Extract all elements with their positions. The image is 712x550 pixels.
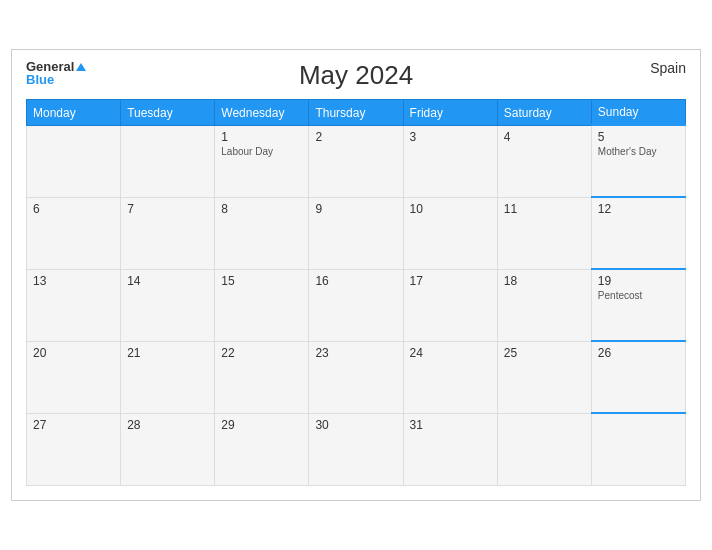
week-row-1: 6789101112 [27, 197, 686, 269]
day-cell: 14 [121, 269, 215, 341]
day-number: 5 [598, 130, 679, 144]
day-cell: 27 [27, 413, 121, 485]
day-number: 12 [598, 202, 679, 216]
col-thursday: Thursday [309, 100, 403, 126]
day-number: 23 [315, 346, 396, 360]
day-cell: 21 [121, 341, 215, 413]
day-cell: 15 [215, 269, 309, 341]
day-cell: 18 [497, 269, 591, 341]
day-cell: 24 [403, 341, 497, 413]
day-cell: 28 [121, 413, 215, 485]
day-number: 31 [410, 418, 491, 432]
col-saturday: Saturday [497, 100, 591, 126]
day-number: 4 [504, 130, 585, 144]
calendar-table: Monday Tuesday Wednesday Thursday Friday… [26, 99, 686, 486]
day-number: 7 [127, 202, 208, 216]
calendar-thead: Monday Tuesday Wednesday Thursday Friday… [27, 100, 686, 126]
day-cell: 20 [27, 341, 121, 413]
day-cell: 19Pentecost [591, 269, 685, 341]
day-number: 8 [221, 202, 302, 216]
day-cell: 17 [403, 269, 497, 341]
week-row-2: 13141516171819Pentecost [27, 269, 686, 341]
day-number: 2 [315, 130, 396, 144]
day-number: 13 [33, 274, 114, 288]
day-cell: 29 [215, 413, 309, 485]
day-number: 20 [33, 346, 114, 360]
day-number: 21 [127, 346, 208, 360]
holiday-name: Pentecost [598, 290, 679, 301]
col-tuesday: Tuesday [121, 100, 215, 126]
day-number: 18 [504, 274, 585, 288]
day-cell: 2 [309, 125, 403, 197]
day-cell: 6 [27, 197, 121, 269]
day-number: 16 [315, 274, 396, 288]
day-cell: 23 [309, 341, 403, 413]
calendar-title: May 2024 [299, 60, 413, 91]
col-friday: Friday [403, 100, 497, 126]
logo-blue-text: Blue [26, 73, 86, 86]
day-number: 17 [410, 274, 491, 288]
country-label: Spain [650, 60, 686, 76]
col-monday: Monday [27, 100, 121, 126]
day-cell: 26 [591, 341, 685, 413]
holiday-name: Labour Day [221, 146, 302, 157]
day-cell [27, 125, 121, 197]
day-number: 30 [315, 418, 396, 432]
day-number: 27 [33, 418, 114, 432]
day-cell: 1Labour Day [215, 125, 309, 197]
week-row-0: 1Labour Day2345Mother's Day [27, 125, 686, 197]
day-number: 25 [504, 346, 585, 360]
day-cell [591, 413, 685, 485]
day-cell: 30 [309, 413, 403, 485]
week-row-3: 20212223242526 [27, 341, 686, 413]
day-number: 9 [315, 202, 396, 216]
header-row: Monday Tuesday Wednesday Thursday Friday… [27, 100, 686, 126]
day-cell: 22 [215, 341, 309, 413]
calendar-body: 1Labour Day2345Mother's Day6789101112131… [27, 125, 686, 485]
logo-triangle-icon [76, 63, 86, 71]
day-cell: 13 [27, 269, 121, 341]
day-cell: 7 [121, 197, 215, 269]
day-cell: 3 [403, 125, 497, 197]
day-number: 26 [598, 346, 679, 360]
day-number: 22 [221, 346, 302, 360]
day-number: 24 [410, 346, 491, 360]
day-cell [497, 413, 591, 485]
day-cell: 9 [309, 197, 403, 269]
day-cell: 11 [497, 197, 591, 269]
day-cell: 4 [497, 125, 591, 197]
day-cell: 25 [497, 341, 591, 413]
col-sunday: Sunday [591, 100, 685, 126]
day-number: 19 [598, 274, 679, 288]
day-number: 11 [504, 202, 585, 216]
day-cell: 16 [309, 269, 403, 341]
day-cell: 12 [591, 197, 685, 269]
week-row-4: 2728293031 [27, 413, 686, 485]
day-number: 10 [410, 202, 491, 216]
calendar-wrapper: General Blue May 2024 Spain Monday Tuesd… [11, 49, 701, 501]
day-cell [121, 125, 215, 197]
logo: General Blue [26, 60, 86, 86]
day-number: 14 [127, 274, 208, 288]
day-number: 28 [127, 418, 208, 432]
day-number: 15 [221, 274, 302, 288]
day-cell: 8 [215, 197, 309, 269]
calendar-header: General Blue May 2024 Spain [26, 60, 686, 91]
day-number: 6 [33, 202, 114, 216]
day-number: 1 [221, 130, 302, 144]
col-wednesday: Wednesday [215, 100, 309, 126]
day-cell: 10 [403, 197, 497, 269]
holiday-name: Mother's Day [598, 146, 679, 157]
day-number: 29 [221, 418, 302, 432]
day-number: 3 [410, 130, 491, 144]
day-cell: 31 [403, 413, 497, 485]
day-cell: 5Mother's Day [591, 125, 685, 197]
